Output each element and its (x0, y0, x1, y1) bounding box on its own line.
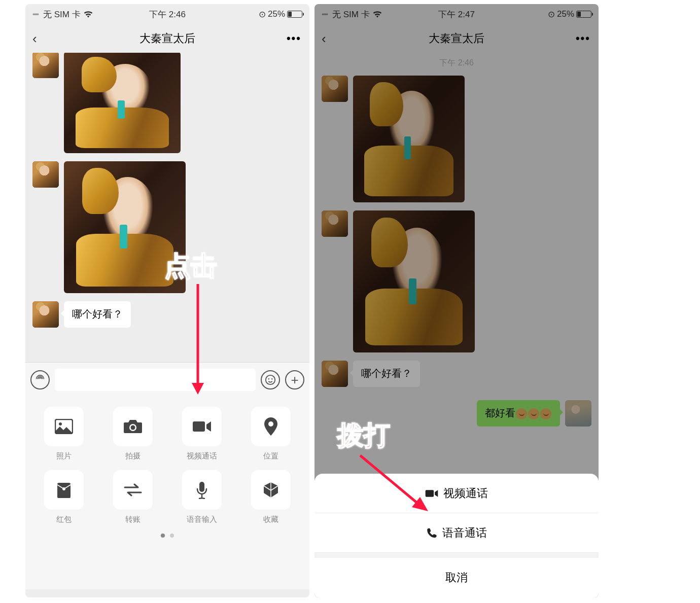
panel-label: 视频通话 (187, 451, 217, 461)
image-message[interactable] (353, 210, 475, 352)
panel-favorite[interactable] (251, 470, 291, 510)
panel-voice-input[interactable] (182, 470, 222, 510)
panel-label: 照片 (56, 451, 72, 461)
avatar[interactable] (32, 161, 59, 188)
plus-icon[interactable]: + (285, 370, 304, 389)
status-bar: 无 SIM 卡 下午 2:47 ⊙ 25% (314, 4, 599, 24)
alarm-icon: ⊙ (259, 9, 266, 20)
panel-transfer[interactable] (113, 470, 153, 510)
panel-label: 拍摄 (125, 451, 141, 461)
alarm-icon: ⊙ (548, 9, 555, 20)
svg-point-2 (271, 378, 272, 379)
battery-label: 25% (268, 9, 285, 19)
avatar[interactable] (565, 400, 591, 427)
svg-point-8 (268, 421, 273, 427)
more-icon[interactable]: ••• (287, 32, 301, 45)
emoji-icon (540, 408, 551, 419)
panel-location[interactable] (251, 407, 291, 446)
panel-label: 红包 (56, 515, 72, 524)
timestamp: 下午 2:46 (314, 53, 599, 72)
panel-label: 位置 (263, 451, 278, 461)
svg-point-0 (266, 375, 275, 384)
sheet-label: 取消 (445, 570, 468, 585)
chat-title: 大秦宣太后 (314, 31, 599, 46)
svg-rect-11 (199, 482, 204, 492)
avatar[interactable] (32, 53, 59, 78)
image-message[interactable] (64, 53, 181, 153)
avatar[interactable] (322, 361, 348, 387)
status-bar: 无 SIM 卡 下午 2:46 ⊙ 25% (25, 4, 309, 24)
clock-label: 下午 2:47 (438, 9, 475, 20)
carrier-label: 无 SIM 卡 (43, 9, 81, 20)
message-row: 哪个好看？ (25, 297, 309, 332)
panel-camera[interactable] (113, 407, 153, 446)
panel-video-call[interactable] (182, 407, 222, 446)
nav-bar: ‹ 大秦宣太后 ••• (314, 24, 599, 53)
arrow-icon (188, 284, 208, 396)
message-input[interactable] (55, 369, 256, 391)
svg-point-6 (131, 425, 135, 430)
message-row: 哪个好看？ (314, 357, 599, 391)
message-row (314, 72, 599, 206)
chat-scroll[interactable]: 下午 2:46 哪个好看？ 都好看 (314, 53, 599, 469)
more-icon[interactable]: ••• (576, 32, 590, 45)
svg-line-15 (360, 455, 421, 506)
svg-point-1 (268, 378, 269, 379)
avatar[interactable] (32, 301, 59, 328)
input-bar: + (25, 362, 309, 397)
signal-dots-icon (32, 9, 40, 19)
text-bubble[interactable]: 都好看 (477, 400, 560, 427)
svg-rect-7 (193, 421, 205, 432)
avatar[interactable] (322, 76, 348, 102)
emoji-icon[interactable] (261, 370, 280, 389)
emoji-icon (516, 408, 527, 419)
phone-icon (426, 527, 437, 539)
clock-label: 下午 2:46 (149, 9, 186, 20)
wifi-icon (84, 11, 93, 18)
sheet-label: 语音通话 (442, 525, 487, 541)
emoji-icon (528, 408, 539, 419)
sheet-label: 视频通话 (443, 486, 488, 501)
svg-marker-14 (192, 383, 204, 395)
panel-label: 收藏 (263, 515, 278, 524)
attachment-panel: 照片 拍摄 视频通话 位置 红包 转账 语音输入 收藏 (25, 397, 309, 589)
signal-dots-icon (322, 9, 329, 19)
phone-left: 无 SIM 卡 下午 2:46 ⊙ 25% ‹ 大秦宣太后 ••• 哪个好看？ (25, 4, 309, 597)
panel-photo[interactable] (44, 407, 84, 446)
page-indicator (31, 534, 303, 538)
voice-mode-icon[interactable] (30, 370, 50, 389)
battery-label: 25% (557, 9, 574, 19)
panel-redpacket[interactable] (44, 470, 84, 510)
message-row (314, 206, 599, 357)
image-message[interactable] (353, 76, 465, 202)
chat-title: 大秦宣太后 (25, 31, 309, 46)
carrier-label: 无 SIM 卡 (332, 9, 370, 20)
text-bubble[interactable]: 哪个好看？ (64, 301, 131, 328)
arrow-icon (355, 450, 436, 516)
text-bubble[interactable]: 哪个好看？ (353, 361, 420, 387)
message-row (25, 53, 309, 157)
panel-label: 转账 (125, 515, 141, 524)
svg-point-10 (62, 487, 65, 490)
sheet-voice-call[interactable]: 语音通话 (314, 513, 599, 553)
battery-icon (287, 11, 302, 18)
panel-label: 语音输入 (187, 515, 217, 524)
battery-icon (576, 11, 591, 18)
avatar[interactable] (322, 210, 348, 237)
wifi-icon (373, 11, 382, 18)
nav-bar: ‹ 大秦宣太后 ••• (25, 24, 309, 53)
sheet-cancel[interactable]: 取消 (314, 558, 599, 597)
annotation-dial: 拨打 (337, 418, 390, 453)
chat-scroll[interactable]: 哪个好看？ (25, 53, 309, 362)
annotation-click: 点击 (164, 249, 217, 284)
svg-point-4 (59, 422, 62, 425)
